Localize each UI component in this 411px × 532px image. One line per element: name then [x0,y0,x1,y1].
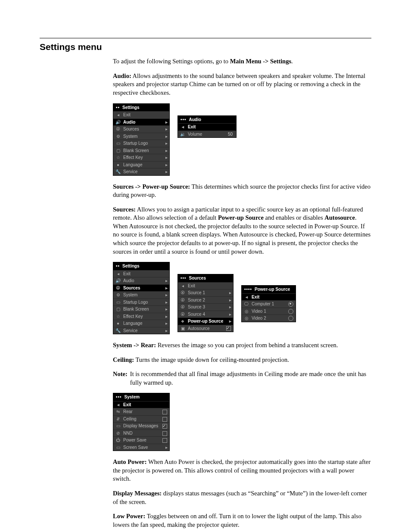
settings-menu-2: ••Settings ◂Exit 🔊Audio▸ ⦿Sources▸ ⚙Syst… [113,262,170,334]
submenu-arrow-icon: ▸ [163,126,168,132]
menu-item-service[interactable]: 🔧Service▸ [113,327,169,334]
nnd-checkbox[interactable] [162,430,168,436]
intro-text-2: . [291,58,293,65]
sources-lead: Sources: [113,206,136,213]
radio-video-2[interactable] [288,315,294,321]
settings-menu-1-title: ••Settings [113,104,169,112]
system-exit[interactable]: ◂Exit [113,401,169,408]
input-icon: ⦿ [180,305,186,310]
powerup-option-computer-1[interactable]: 🖵Computer 1 [242,300,296,308]
settings-menu-2-title: ••Settings [113,262,169,270]
menu-item-system[interactable]: ⚙System▸ [113,133,169,140]
menu-item-service[interactable]: 🔧Service▸ [113,168,169,175]
intro-bold: Main Menu -> Settings [230,58,291,65]
body-column: To adjust the following Settings options… [113,57,371,529]
radio-video-1[interactable] [288,308,294,314]
menu-item-sources[interactable]: ⦿Sources▸ [113,284,169,292]
system-screen-save[interactable]: ▭Screen Save▸ [113,444,169,451]
submenu-arrow-icon: ▸ [163,306,168,312]
nnd-icon: ⊘ [115,431,121,436]
menu-item-system[interactable]: ⚙System▸ [113,291,169,299]
settings-menu-1-title-text: Settings [122,105,139,111]
displaymsg-checkbox[interactable] [162,423,168,429]
system-ceiling[interactable]: ⇵Ceiling [113,415,169,423]
sources-source-1[interactable]: ⦿Source 1▸ [178,289,233,296]
note-text: It is recommended that all final image a… [130,370,371,387]
menu-item-blank-screen[interactable]: ▢Blank Screen▸ [113,305,169,313]
breadcrumb-dots-icon: ••• [181,275,187,281]
ceiling-icon: ⇵ [115,417,121,422]
menu-item-audio[interactable]: 🔊Audio▸ [113,118,169,126]
language-icon: ● [115,162,121,167]
sources-exit[interactable]: ◂Exit [178,282,233,289]
volume-icon: 🔉 [180,131,186,137]
system-menu-title: •••System [113,393,169,401]
system-rear-lead: System -> Rear: [113,342,156,348]
back-arrow-icon: ◂ [115,112,121,118]
blank-screen-icon: ▢ [115,307,121,312]
menu-item-effect-key[interactable]: ☆Effect Key▸ [113,313,169,320]
menu-item-exit[interactable]: ◂Exit [113,111,169,118]
powerup-option-video-2[interactable]: ◎Video 2 [242,314,296,322]
sources-source-3[interactable]: ⦿Source 3▸ [178,303,233,311]
powerup-exit[interactable]: ◂Exit [242,293,296,301]
menu-item-language[interactable]: ●Language▸ [113,161,169,168]
system-rear[interactable]: ⇋Rear [113,408,169,415]
system-power-save[interactable]: ⏻Power Save [113,436,169,444]
ceiling-text: Turns the image upside down for ceiling-… [134,356,289,363]
sources-paragraph: Sources: Allows you to assign a particul… [113,205,371,256]
powerup-option-video-1[interactable]: ◎Video 1 [242,308,296,315]
menu-item-language[interactable]: ●Language▸ [113,320,169,327]
powerup-menu-title: ••••Power-up Source [242,286,296,293]
menu-item-audio[interactable]: 🔊Audio▸ [113,277,169,284]
sources-b1: Power-up Source [218,214,264,221]
submenu-arrow-icon: ▸ [227,290,231,296]
ceiling-paragraph: Ceiling: Turns the image upside down for… [113,356,371,364]
radio-computer-1[interactable] [288,301,294,307]
system-nnd[interactable]: ⊘NND [113,429,169,437]
menu-item-sources[interactable]: ⦿Sources▸ [113,125,169,133]
logo-icon: ▭ [115,299,121,305]
breadcrumb-dots-icon: ••• [116,394,122,400]
sources-menu: •••Sources ◂Exit ⦿Source 1▸ ⦿Source 2▸ ⦿… [177,274,234,332]
submenu-arrow-icon: ▸ [163,278,168,284]
audio-volume-row[interactable]: 🔉Volume50 [178,131,236,138]
system-display-messages[interactable]: ▭Display Messages [113,422,169,429]
powersave-checkbox[interactable] [162,437,168,443]
menu-item-blank-screen[interactable]: ▢Blank Screen▸ [113,147,169,154]
screen-save-icon: ▭ [115,445,121,450]
breadcrumb-dots-icon: •• [116,263,120,269]
service-icon: 🔧 [115,169,121,174]
audio-exit[interactable]: ◂Exit [178,123,236,131]
menu-item-exit[interactable]: ◂Exit [113,270,169,277]
submenu-arrow-icon: ▸ [163,162,168,168]
sources-source-4[interactable]: ⦿Source 4▸ [178,311,233,318]
input-icon: ⦿ [180,311,186,317]
intro-paragraph: To adjust the following Settings options… [113,57,371,66]
ceiling-lead: Ceiling: [113,356,134,363]
autosource-checkbox[interactable] [225,326,231,332]
menu-item-startup-logo[interactable]: ▭Startup Logo▸ [113,140,169,147]
source-icon: ⦿ [115,127,121,132]
submenu-arrow-icon: ▸ [163,140,168,146]
rear-checkbox[interactable] [162,409,168,415]
submenu-arrow-icon: ▸ [163,148,168,154]
top-rule [40,38,371,38]
system-rear-text: Reverses the image so you can project fr… [156,342,338,348]
menu-item-startup-logo[interactable]: ▭Startup Logo▸ [113,299,169,306]
low-power-paragraph: Low Power: Toggles between on and off. T… [113,512,371,529]
figure-system-row: •••System ◂Exit ⇋Rear ⇵Ceiling ▭Display … [113,393,371,451]
input-icon: ⦿ [180,290,186,296]
powerup-menu: ••••Power-up Source ◂Exit 🖵Computer 1 ◎V… [241,285,296,322]
speaker-icon: 🔊 [115,278,121,283]
system-rear-paragraph: System -> Rear: Reverses the image so yo… [113,341,371,350]
sources-powerup[interactable]: ⎆Power-up Source▸ [178,317,233,325]
sources-autosource[interactable]: ▣Autosource [178,325,233,332]
submenu-arrow-icon: ▸ [163,299,168,305]
sources-pus-paragraph: Sources -> Power-up Source: This determi… [113,183,371,199]
ceiling-checkbox[interactable] [162,416,168,422]
menu-item-effect-key[interactable]: ☆Effect Key▸ [113,154,169,161]
sources-source-2[interactable]: ⦿Source 2▸ [178,296,233,304]
note-paragraph: Note: It is recommended that all final i… [113,370,371,387]
submenu-arrow-icon: ▸ [163,314,168,320]
